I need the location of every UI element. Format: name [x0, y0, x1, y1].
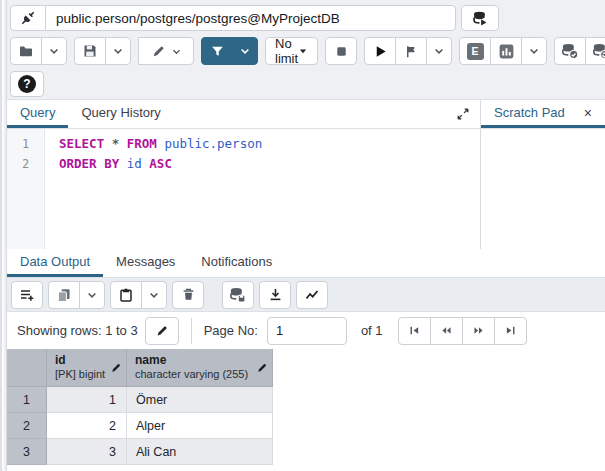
cell-id[interactable]: 2	[47, 413, 127, 439]
play-icon	[373, 44, 388, 59]
commit-button[interactable]	[554, 37, 586, 65]
column-type: character varying (255)	[135, 368, 256, 382]
explain-button[interactable]: E	[459, 37, 491, 65]
open-file-button[interactable]	[10, 37, 42, 65]
results-grid: id [PK] bigint name character varying (2…	[7, 349, 273, 465]
scratch-pad-panel: Scratch Pad ×	[481, 100, 605, 249]
page-nav-group	[398, 317, 527, 345]
page-no-label: Page No:	[204, 323, 258, 338]
paste-group	[110, 281, 167, 309]
filter-button[interactable]	[201, 37, 233, 65]
close-icon[interactable]: ×	[584, 106, 592, 120]
paste-button[interactable]	[110, 281, 142, 309]
tab-messages[interactable]: Messages	[103, 249, 188, 277]
sql-keyword: ORDER BY	[59, 156, 119, 171]
add-row-button[interactable]	[11, 281, 43, 309]
visualise-data-button[interactable]	[296, 281, 328, 309]
sql-keyword: SELECT	[59, 136, 104, 151]
cell-name[interactable]: Alper	[127, 413, 273, 439]
scratch-pad-area[interactable]	[481, 129, 605, 249]
row-number-cell[interactable]: 2	[7, 413, 47, 439]
new-connection-button[interactable]	[461, 5, 499, 31]
analyze-chart-icon	[498, 43, 515, 60]
connection-name[interactable]: public.person/postgres/postgres@MyProjec…	[45, 5, 456, 31]
tab-data-output[interactable]: Data Output	[7, 249, 103, 277]
copy-group	[48, 281, 105, 309]
connection-bar: public.person/postgres/postgres@MyProjec…	[7, 0, 605, 32]
explain-analyze-button[interactable]	[490, 37, 522, 65]
database-arrow-icon	[472, 10, 489, 27]
explain-options-dropdown[interactable]	[521, 37, 547, 65]
cell-name[interactable]: Ömer	[127, 387, 273, 413]
edit-column-icon[interactable]	[256, 362, 268, 374]
next-page-icon	[472, 324, 485, 337]
execute-from-cursor-button[interactable]	[395, 37, 427, 65]
download-icon	[268, 287, 283, 302]
save-button[interactable]	[74, 37, 106, 65]
row-number-cell[interactable]: 1	[7, 387, 47, 413]
delete-row-button[interactable]	[172, 281, 204, 309]
previous-page-button[interactable]	[430, 317, 463, 345]
column-header-id[interactable]: id [PK] bigint	[47, 349, 127, 387]
first-page-icon	[408, 324, 421, 337]
connection-status-button[interactable]	[10, 5, 46, 31]
next-page-button[interactable]	[462, 317, 495, 345]
open-file-dropdown[interactable]	[41, 37, 67, 65]
copy-button[interactable]	[48, 281, 80, 309]
secondary-toolbar: ?	[7, 71, 605, 100]
filter-icon	[210, 44, 225, 59]
edit-range-button[interactable]	[145, 317, 179, 345]
rollback-button[interactable]	[585, 37, 605, 65]
tab-scratch-pad[interactable]: Scratch Pad ×	[481, 100, 605, 128]
explain-icon: E	[467, 43, 484, 60]
chevron-down-icon	[171, 46, 182, 57]
tab-query[interactable]: Query	[7, 100, 68, 128]
line-number-gutter: 1 2	[7, 129, 45, 249]
trash-icon	[181, 287, 196, 302]
select-all-corner[interactable]	[7, 349, 47, 387]
first-page-button[interactable]	[398, 317, 431, 345]
cell-id[interactable]: 3	[47, 439, 127, 465]
row-limit-select[interactable]: No limit	[265, 37, 318, 65]
last-page-button[interactable]	[494, 317, 527, 345]
edit-column-icon[interactable]	[110, 362, 122, 374]
page-number-input[interactable]	[267, 317, 347, 345]
edit-dropdown-button[interactable]	[138, 37, 194, 65]
save-data-changes-button[interactable]	[222, 281, 254, 309]
database-save-icon	[229, 286, 247, 304]
chevron-down-icon	[48, 45, 60, 57]
execute-options-dropdown[interactable]	[426, 37, 452, 65]
execute-button[interactable]	[364, 37, 396, 65]
cell-name[interactable]: Ali Can	[127, 439, 273, 465]
pencil-icon	[155, 324, 169, 338]
column-header-name[interactable]: name character varying (255)	[127, 349, 273, 387]
tab-notifications[interactable]: Notifications	[188, 249, 285, 277]
workspace: Query Query History	[7, 100, 605, 249]
sql-operator: *	[112, 136, 120, 151]
caret-down-icon	[298, 46, 308, 56]
cell-id[interactable]: 1	[47, 387, 127, 413]
pgadmin-query-tool: public.person/postgres/postgres@MyProjec…	[0, 0, 605, 471]
save-icon	[82, 43, 98, 59]
cancel-query-button[interactable]	[325, 37, 357, 65]
download-results-button[interactable]	[259, 281, 291, 309]
filter-group	[201, 37, 258, 65]
add-row-icon	[19, 287, 35, 303]
output-tabs: Data Output Messages Notifications	[7, 249, 605, 278]
tab-query-history[interactable]: Query History	[68, 100, 173, 128]
play-flag-icon	[404, 44, 419, 59]
row-number-cell[interactable]: 3	[7, 439, 47, 465]
database-rollback-icon	[592, 42, 605, 60]
scratch-pad-label: Scratch Pad	[494, 105, 565, 120]
maximize-panel-button[interactable]	[446, 100, 480, 128]
copy-options-dropdown[interactable]	[79, 281, 105, 309]
filter-dropdown[interactable]	[232, 37, 258, 65]
sql-editor[interactable]: 1 2 SELECT * FROM public.person ORDER BY…	[7, 129, 480, 249]
database-check-icon	[561, 42, 579, 60]
sql-code[interactable]: SELECT * FROM public.person ORDER BY id …	[45, 129, 480, 249]
sql-keyword: FROM	[127, 136, 157, 151]
help-button[interactable]: ?	[10, 71, 44, 97]
scratch-tabs: Scratch Pad ×	[481, 100, 605, 129]
paste-options-dropdown[interactable]	[141, 281, 167, 309]
save-dropdown[interactable]	[105, 37, 131, 65]
